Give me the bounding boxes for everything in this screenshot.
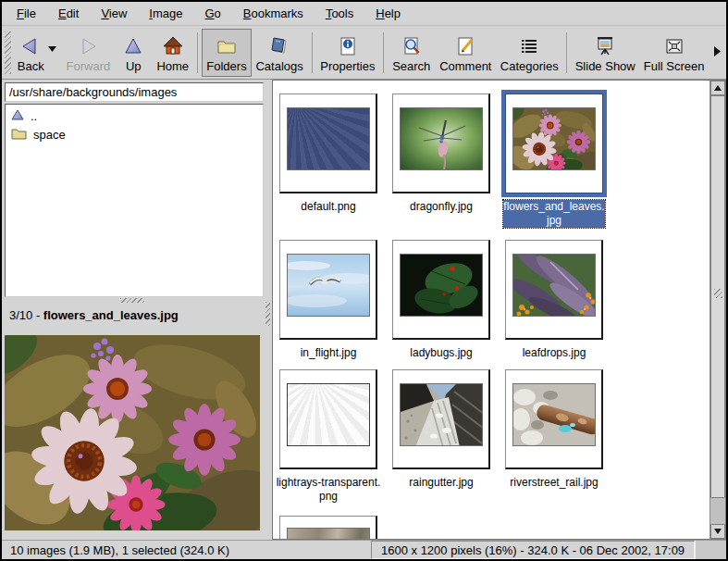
splitter-grip: [265, 302, 270, 326]
catalogs-button[interactable]: Catalogs: [252, 29, 308, 77]
menu-file[interactable]: File: [6, 3, 47, 24]
comment-button[interactable]: Comment: [435, 29, 496, 77]
fullscreen-icon: [663, 33, 685, 59]
toolbar-separator: [312, 32, 313, 73]
back-button[interactable]: Back: [14, 29, 62, 77]
toolbar-overflow-arrow-icon[interactable]: [709, 42, 722, 63]
thumbnail-lightrays[interactable]: lightrays-transparent.png: [279, 369, 377, 469]
search-button[interactable]: Search: [388, 29, 435, 77]
folder-icon: [11, 127, 27, 143]
thumbnail-label: dragonfly.jpg: [389, 200, 494, 214]
splitter-grip: [120, 298, 144, 303]
folders-button[interactable]: Folders: [202, 29, 251, 77]
thumbnail-partial[interactable]: [279, 516, 377, 540]
toolbar-grip[interactable]: [5, 31, 11, 74]
book-icon: [268, 33, 290, 59]
thumbnail-label: in_flight.jpg: [276, 346, 381, 360]
back-icon: [19, 33, 42, 59]
menu-help[interactable]: Help: [364, 3, 412, 24]
thumbnail-card: [279, 369, 377, 469]
back-dropdown-icon[interactable]: [48, 41, 56, 55]
thumbnail-dragonfly[interactable]: dragonfly.jpg: [392, 94, 490, 193]
thumbnail-image: [287, 107, 370, 170]
thumbnail-card: [279, 94, 377, 193]
categories-button[interactable]: Categories: [496, 29, 562, 77]
menu-edit[interactable]: Edit: [47, 3, 90, 24]
scrollbar-track[interactable]: [710, 95, 725, 524]
thumbnail-image: [400, 107, 483, 170]
menu-view[interactable]: View: [90, 3, 138, 24]
folder-item-label: space: [33, 128, 66, 142]
thumbnail-ladybugs[interactable]: ladybugs.jpg: [392, 240, 490, 340]
toolbar-separator: [197, 32, 198, 73]
thumbnail-image: [287, 383, 370, 446]
browser-status-line: 3/10 - flowers_and_leaves.jpg: [2, 304, 265, 326]
scroll-down-button[interactable]: [710, 524, 725, 539]
thumbnail-card: [392, 240, 490, 340]
menu-bookmarks[interactable]: Bookmarks: [232, 3, 315, 24]
thumbnail-image: [400, 383, 483, 446]
arrow-down-icon: [714, 529, 722, 534]
thumbnail-raingutter[interactable]: raingutter.jpg: [392, 369, 490, 469]
search-document-icon: [401, 33, 423, 59]
current-filename: flowers_and_leaves.jpg: [43, 308, 179, 322]
scrollbar-thumb[interactable]: [710, 95, 725, 498]
thumbnail-image: [512, 107, 596, 170]
vertical-splitter[interactable]: [265, 80, 272, 540]
folder-tree: .. space: [5, 104, 264, 297]
slide-show-button[interactable]: Slide Show: [571, 29, 639, 77]
home-button[interactable]: Home: [152, 29, 193, 77]
image-position: 3/10 -: [9, 308, 43, 322]
menubar: File Edit View Image Go Bookmarks Tools …: [2, 2, 726, 26]
thumbnail-card: [392, 369, 490, 469]
folder-item-space[interactable]: space: [7, 125, 261, 144]
menu-tools[interactable]: Tools: [315, 3, 364, 24]
vertical-scrollbar: [709, 81, 725, 539]
folder-icon: [216, 33, 238, 59]
thumbnail-riverstreet-rail[interactable]: riverstreet_rail.jpg: [505, 369, 603, 469]
main-area: .. space 3/10 - flowers_and_leaves.jpg: [2, 80, 726, 540]
preview-image: [5, 335, 260, 530]
scroll-up-button[interactable]: [710, 81, 725, 95]
application-window: File Edit View Image Go Bookmarks Tools …: [0, 0, 728, 561]
thumbnail-card: [279, 516, 377, 540]
image-info: 1600 x 1200 pixels (16%) - 324.0 K - 06 …: [371, 541, 695, 559]
thumbnail-image: [287, 254, 370, 317]
home-icon: [162, 33, 184, 59]
thumbnail-leafdrops[interactable]: leafdrops.jpg: [505, 240, 603, 340]
location-path-input[interactable]: [5, 82, 264, 102]
scrollbar-grip: [714, 289, 722, 298]
thumbnail-label: ladybugs.jpg: [389, 346, 494, 360]
menu-image[interactable]: Image: [138, 3, 193, 24]
image-preview-pane: [2, 326, 265, 540]
thumbnail-label: default.png: [276, 200, 381, 214]
thumbnail-in-flight[interactable]: in_flight.jpg: [279, 240, 377, 340]
edit-document-icon: [454, 33, 476, 59]
menu-go[interactable]: Go: [193, 3, 231, 24]
folder-item-parent[interactable]: ..: [7, 107, 261, 125]
thumbnail-default[interactable]: default.png: [279, 94, 377, 193]
thumbnail-flowers-and-leaves[interactable]: flowers_and_leaves.jpg: [505, 94, 603, 193]
toolbar-separator: [383, 32, 384, 73]
up-button[interactable]: Up: [115, 29, 152, 77]
thumbnail-image: [512, 383, 596, 446]
arrow-up-icon: [714, 85, 722, 91]
thumbnail-label: leafdrops.jpg: [501, 346, 607, 360]
projector-screen-icon: [594, 33, 616, 59]
up-icon: [122, 33, 144, 59]
horizontal-splitter[interactable]: [2, 297, 265, 304]
toolbar: Back Forward Up: [2, 26, 726, 80]
thumbnail-label: riverstreet_rail.jpg: [501, 476, 607, 490]
forward-button[interactable]: Forward: [62, 29, 116, 77]
thumbnail-card: [505, 94, 603, 193]
thumbnail-card: [505, 369, 603, 469]
toolbar-separator: [566, 32, 567, 73]
up-triangle-icon: [11, 109, 24, 123]
thumbnail-card: [279, 240, 377, 340]
thumbnail-card: [392, 94, 490, 193]
folder-item-label: ..: [31, 109, 37, 123]
full-screen-button[interactable]: Full Screen: [639, 29, 709, 77]
statusbar-filler: [695, 541, 726, 559]
properties-button[interactable]: Properties: [316, 29, 380, 77]
thumbnail-image: [512, 254, 596, 317]
